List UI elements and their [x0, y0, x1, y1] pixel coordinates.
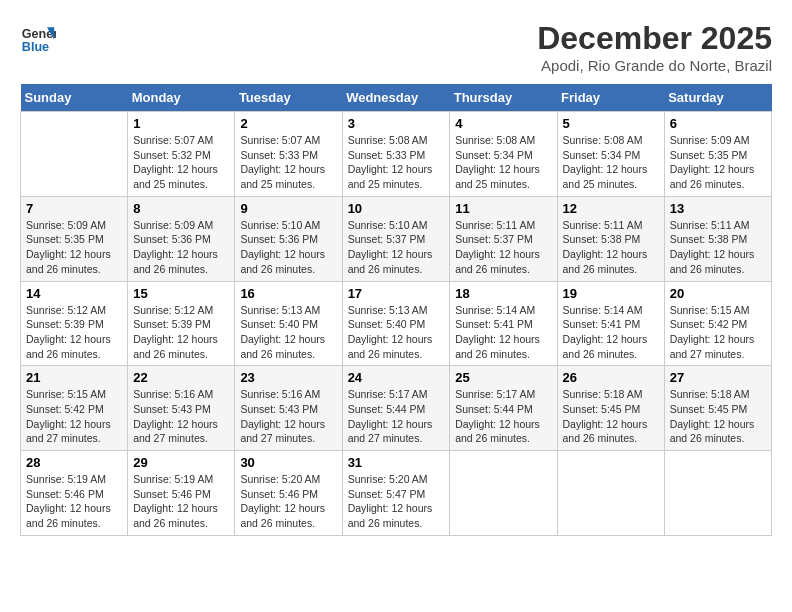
title-area: December 2025 Apodi, Rio Grande do Norte…: [537, 20, 772, 74]
calendar-week-row: 28Sunrise: 5:19 AM Sunset: 5:46 PM Dayli…: [21, 451, 772, 536]
calendar-week-row: 7Sunrise: 5:09 AM Sunset: 5:35 PM Daylig…: [21, 196, 772, 281]
day-info: Sunrise: 5:17 AM Sunset: 5:44 PM Dayligh…: [348, 387, 445, 446]
calendar-cell: 27Sunrise: 5:18 AM Sunset: 5:45 PM Dayli…: [664, 366, 771, 451]
day-number: 27: [670, 370, 766, 385]
day-number: 31: [348, 455, 445, 470]
svg-text:Blue: Blue: [22, 40, 49, 54]
calendar-cell: 16Sunrise: 5:13 AM Sunset: 5:40 PM Dayli…: [235, 281, 342, 366]
calendar-cell: 18Sunrise: 5:14 AM Sunset: 5:41 PM Dayli…: [450, 281, 557, 366]
calendar-cell: 8Sunrise: 5:09 AM Sunset: 5:36 PM Daylig…: [128, 196, 235, 281]
day-number: 5: [563, 116, 659, 131]
calendar-day-header: Saturday: [664, 84, 771, 112]
calendar-day-header: Sunday: [21, 84, 128, 112]
calendar-cell: 11Sunrise: 5:11 AM Sunset: 5:37 PM Dayli…: [450, 196, 557, 281]
calendar-cell: 25Sunrise: 5:17 AM Sunset: 5:44 PM Dayli…: [450, 366, 557, 451]
day-info: Sunrise: 5:08 AM Sunset: 5:34 PM Dayligh…: [563, 133, 659, 192]
day-info: Sunrise: 5:12 AM Sunset: 5:39 PM Dayligh…: [133, 303, 229, 362]
day-info: Sunrise: 5:16 AM Sunset: 5:43 PM Dayligh…: [240, 387, 336, 446]
day-info: Sunrise: 5:17 AM Sunset: 5:44 PM Dayligh…: [455, 387, 551, 446]
day-number: 2: [240, 116, 336, 131]
calendar-cell: 3Sunrise: 5:08 AM Sunset: 5:33 PM Daylig…: [342, 112, 450, 197]
page-header: General Blue December 2025 Apodi, Rio Gr…: [20, 20, 772, 74]
calendar-cell: 24Sunrise: 5:17 AM Sunset: 5:44 PM Dayli…: [342, 366, 450, 451]
day-info: Sunrise: 5:08 AM Sunset: 5:33 PM Dayligh…: [348, 133, 445, 192]
calendar-cell: 2Sunrise: 5:07 AM Sunset: 5:33 PM Daylig…: [235, 112, 342, 197]
day-info: Sunrise: 5:15 AM Sunset: 5:42 PM Dayligh…: [26, 387, 122, 446]
day-number: 11: [455, 201, 551, 216]
page-title: December 2025: [537, 20, 772, 57]
calendar-day-header: Wednesday: [342, 84, 450, 112]
calendar-day-header: Thursday: [450, 84, 557, 112]
calendar-cell: 19Sunrise: 5:14 AM Sunset: 5:41 PM Dayli…: [557, 281, 664, 366]
day-number: 26: [563, 370, 659, 385]
day-info: Sunrise: 5:13 AM Sunset: 5:40 PM Dayligh…: [240, 303, 336, 362]
calendar-cell: 30Sunrise: 5:20 AM Sunset: 5:46 PM Dayli…: [235, 451, 342, 536]
calendar-cell: 5Sunrise: 5:08 AM Sunset: 5:34 PM Daylig…: [557, 112, 664, 197]
calendar-cell: 22Sunrise: 5:16 AM Sunset: 5:43 PM Dayli…: [128, 366, 235, 451]
day-info: Sunrise: 5:19 AM Sunset: 5:46 PM Dayligh…: [26, 472, 122, 531]
day-info: Sunrise: 5:09 AM Sunset: 5:35 PM Dayligh…: [670, 133, 766, 192]
day-info: Sunrise: 5:11 AM Sunset: 5:38 PM Dayligh…: [563, 218, 659, 277]
day-number: 29: [133, 455, 229, 470]
calendar-cell: 23Sunrise: 5:16 AM Sunset: 5:43 PM Dayli…: [235, 366, 342, 451]
calendar-cell: [664, 451, 771, 536]
calendar-cell: 28Sunrise: 5:19 AM Sunset: 5:46 PM Dayli…: [21, 451, 128, 536]
day-info: Sunrise: 5:11 AM Sunset: 5:37 PM Dayligh…: [455, 218, 551, 277]
day-number: 23: [240, 370, 336, 385]
calendar-cell: 29Sunrise: 5:19 AM Sunset: 5:46 PM Dayli…: [128, 451, 235, 536]
calendar-day-header: Tuesday: [235, 84, 342, 112]
day-info: Sunrise: 5:19 AM Sunset: 5:46 PM Dayligh…: [133, 472, 229, 531]
calendar-cell: 26Sunrise: 5:18 AM Sunset: 5:45 PM Dayli…: [557, 366, 664, 451]
calendar-day-header: Friday: [557, 84, 664, 112]
day-number: 12: [563, 201, 659, 216]
day-number: 19: [563, 286, 659, 301]
day-info: Sunrise: 5:20 AM Sunset: 5:47 PM Dayligh…: [348, 472, 445, 531]
calendar-cell: 10Sunrise: 5:10 AM Sunset: 5:37 PM Dayli…: [342, 196, 450, 281]
calendar-cell: 6Sunrise: 5:09 AM Sunset: 5:35 PM Daylig…: [664, 112, 771, 197]
calendar-cell: [450, 451, 557, 536]
day-number: 18: [455, 286, 551, 301]
day-number: 21: [26, 370, 122, 385]
calendar-week-row: 14Sunrise: 5:12 AM Sunset: 5:39 PM Dayli…: [21, 281, 772, 366]
day-info: Sunrise: 5:07 AM Sunset: 5:32 PM Dayligh…: [133, 133, 229, 192]
calendar-cell: [21, 112, 128, 197]
day-number: 13: [670, 201, 766, 216]
calendar-table: SundayMondayTuesdayWednesdayThursdayFrid…: [20, 84, 772, 536]
day-number: 22: [133, 370, 229, 385]
day-number: 14: [26, 286, 122, 301]
day-info: Sunrise: 5:16 AM Sunset: 5:43 PM Dayligh…: [133, 387, 229, 446]
calendar-cell: 7Sunrise: 5:09 AM Sunset: 5:35 PM Daylig…: [21, 196, 128, 281]
calendar-cell: 15Sunrise: 5:12 AM Sunset: 5:39 PM Dayli…: [128, 281, 235, 366]
day-number: 6: [670, 116, 766, 131]
calendar-cell: 1Sunrise: 5:07 AM Sunset: 5:32 PM Daylig…: [128, 112, 235, 197]
day-info: Sunrise: 5:08 AM Sunset: 5:34 PM Dayligh…: [455, 133, 551, 192]
day-number: 9: [240, 201, 336, 216]
day-number: 24: [348, 370, 445, 385]
day-info: Sunrise: 5:20 AM Sunset: 5:46 PM Dayligh…: [240, 472, 336, 531]
calendar-cell: 31Sunrise: 5:20 AM Sunset: 5:47 PM Dayli…: [342, 451, 450, 536]
calendar-cell: 14Sunrise: 5:12 AM Sunset: 5:39 PM Dayli…: [21, 281, 128, 366]
day-info: Sunrise: 5:15 AM Sunset: 5:42 PM Dayligh…: [670, 303, 766, 362]
day-info: Sunrise: 5:18 AM Sunset: 5:45 PM Dayligh…: [563, 387, 659, 446]
calendar-cell: 4Sunrise: 5:08 AM Sunset: 5:34 PM Daylig…: [450, 112, 557, 197]
day-info: Sunrise: 5:13 AM Sunset: 5:40 PM Dayligh…: [348, 303, 445, 362]
calendar-day-header: Monday: [128, 84, 235, 112]
calendar-cell: 17Sunrise: 5:13 AM Sunset: 5:40 PM Dayli…: [342, 281, 450, 366]
day-info: Sunrise: 5:09 AM Sunset: 5:35 PM Dayligh…: [26, 218, 122, 277]
day-info: Sunrise: 5:14 AM Sunset: 5:41 PM Dayligh…: [563, 303, 659, 362]
day-number: 25: [455, 370, 551, 385]
day-info: Sunrise: 5:18 AM Sunset: 5:45 PM Dayligh…: [670, 387, 766, 446]
day-info: Sunrise: 5:10 AM Sunset: 5:37 PM Dayligh…: [348, 218, 445, 277]
calendar-cell: 13Sunrise: 5:11 AM Sunset: 5:38 PM Dayli…: [664, 196, 771, 281]
day-info: Sunrise: 5:14 AM Sunset: 5:41 PM Dayligh…: [455, 303, 551, 362]
day-number: 30: [240, 455, 336, 470]
day-number: 17: [348, 286, 445, 301]
page-subtitle: Apodi, Rio Grande do Norte, Brazil: [537, 57, 772, 74]
calendar-cell: 12Sunrise: 5:11 AM Sunset: 5:38 PM Dayli…: [557, 196, 664, 281]
day-info: Sunrise: 5:09 AM Sunset: 5:36 PM Dayligh…: [133, 218, 229, 277]
calendar-week-row: 1Sunrise: 5:07 AM Sunset: 5:32 PM Daylig…: [21, 112, 772, 197]
day-number: 10: [348, 201, 445, 216]
day-number: 15: [133, 286, 229, 301]
day-number: 8: [133, 201, 229, 216]
calendar-header-row: SundayMondayTuesdayWednesdayThursdayFrid…: [21, 84, 772, 112]
